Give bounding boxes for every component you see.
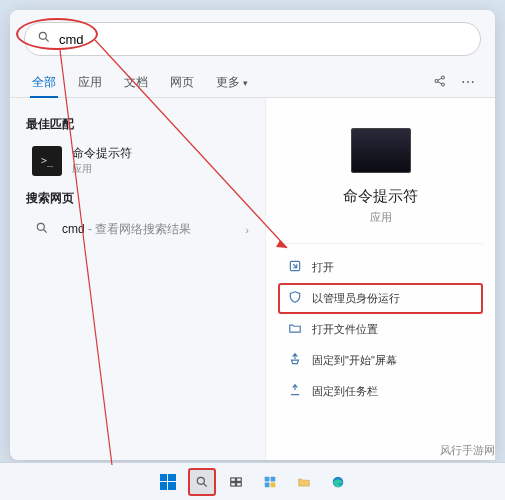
svg-rect-15 bbox=[236, 482, 241, 486]
search-window: 全部 应用 文档 网页 更多 ▾ ⋯ 最佳匹配 命令提示符 应用 搜索网页 bbox=[10, 10, 495, 460]
folder-icon bbox=[288, 321, 302, 338]
svg-point-0 bbox=[39, 32, 46, 39]
web-result-text: cmd - 查看网络搜索结果 bbox=[62, 221, 235, 238]
search-input[interactable] bbox=[59, 32, 468, 47]
best-match-item[interactable]: 命令提示符 应用 bbox=[24, 139, 257, 182]
best-match-type: 应用 bbox=[72, 162, 249, 176]
tab-more[interactable]: 更多 ▾ bbox=[214, 68, 250, 97]
edge-button[interactable] bbox=[324, 468, 352, 496]
action-label: 固定到"开始"屏幕 bbox=[312, 353, 397, 368]
edge-icon bbox=[331, 475, 345, 489]
web-heading: 搜索网页 bbox=[26, 190, 257, 207]
chevron-down-icon: ▾ bbox=[243, 78, 248, 88]
admin-icon bbox=[288, 290, 302, 307]
windows-logo-icon bbox=[160, 474, 176, 490]
watermark-text: 风行手游网 bbox=[440, 443, 495, 458]
search-bar[interactable] bbox=[24, 22, 481, 56]
share-icon[interactable] bbox=[433, 74, 447, 91]
svg-rect-13 bbox=[236, 477, 241, 481]
svg-line-5 bbox=[438, 78, 442, 80]
search-button[interactable] bbox=[188, 468, 216, 496]
action-label: 固定到任务栏 bbox=[312, 384, 378, 399]
action-pin-start[interactable]: 固定到"开始"屏幕 bbox=[278, 345, 483, 376]
svg-rect-18 bbox=[264, 482, 269, 487]
content-area: 最佳匹配 命令提示符 应用 搜索网页 cmd - 查看网络搜索结果 › 命令提示… bbox=[10, 98, 495, 460]
best-match-name: 命令提示符 bbox=[72, 145, 249, 162]
cmd-app-icon bbox=[32, 146, 62, 176]
tab-apps[interactable]: 应用 bbox=[76, 68, 104, 97]
action-open-location[interactable]: 打开文件位置 bbox=[278, 314, 483, 345]
pin-start-icon bbox=[288, 352, 302, 369]
preview-app-icon bbox=[351, 128, 411, 173]
preview-subtitle: 应用 bbox=[370, 210, 392, 225]
svg-rect-17 bbox=[270, 476, 275, 481]
svg-point-10 bbox=[197, 477, 204, 484]
actions-list: 打开 以管理员身份运行 打开文件位置 bbox=[278, 243, 483, 407]
search-icon bbox=[195, 475, 209, 489]
widgets-icon bbox=[263, 475, 277, 489]
search-icon bbox=[37, 30, 51, 48]
svg-rect-12 bbox=[230, 477, 235, 481]
taskbar bbox=[0, 462, 505, 500]
tab-all[interactable]: 全部 bbox=[30, 68, 58, 97]
action-label: 以管理员身份运行 bbox=[312, 291, 400, 306]
web-result-item[interactable]: cmd - 查看网络搜索结果 › bbox=[24, 213, 257, 246]
explorer-button[interactable] bbox=[290, 468, 318, 496]
folder-icon bbox=[297, 475, 311, 489]
task-view-button[interactable] bbox=[222, 468, 250, 496]
task-view-icon bbox=[229, 475, 243, 489]
more-options-icon[interactable]: ⋯ bbox=[461, 74, 475, 91]
svg-rect-19 bbox=[270, 482, 275, 487]
action-open[interactable]: 打开 bbox=[278, 252, 483, 283]
pin-taskbar-icon bbox=[288, 383, 302, 400]
action-run-as-admin[interactable]: 以管理员身份运行 bbox=[278, 283, 483, 314]
preview-pane: 命令提示符 应用 打开 以管理员身份运行 bbox=[265, 98, 495, 460]
tab-web[interactable]: 网页 bbox=[168, 68, 196, 97]
svg-line-6 bbox=[438, 82, 442, 84]
svg-line-8 bbox=[44, 230, 47, 233]
svg-rect-14 bbox=[230, 482, 235, 486]
start-button[interactable] bbox=[154, 468, 182, 496]
action-label: 打开文件位置 bbox=[312, 322, 378, 337]
results-pane: 最佳匹配 命令提示符 应用 搜索网页 cmd - 查看网络搜索结果 › bbox=[10, 98, 265, 460]
tabs-row: 全部 应用 文档 网页 更多 ▾ ⋯ bbox=[10, 64, 495, 98]
open-icon bbox=[288, 259, 302, 276]
svg-line-11 bbox=[203, 483, 206, 486]
chevron-right-icon: › bbox=[245, 224, 249, 236]
action-label: 打开 bbox=[312, 260, 334, 275]
svg-line-1 bbox=[46, 39, 49, 42]
tab-documents[interactable]: 文档 bbox=[122, 68, 150, 97]
svg-point-7 bbox=[37, 223, 44, 230]
search-icon bbox=[32, 221, 52, 238]
action-pin-taskbar[interactable]: 固定到任务栏 bbox=[278, 376, 483, 407]
best-match-heading: 最佳匹配 bbox=[26, 116, 257, 133]
preview-title: 命令提示符 bbox=[343, 187, 418, 206]
svg-rect-16 bbox=[264, 476, 269, 481]
widgets-button[interactable] bbox=[256, 468, 284, 496]
